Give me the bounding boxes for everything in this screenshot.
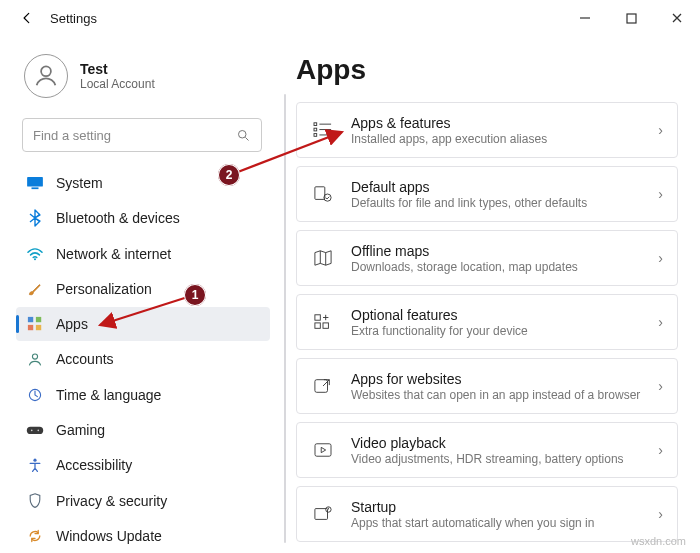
chevron-right-icon: › — [658, 122, 663, 138]
nav-item-apps[interactable]: Apps — [16, 307, 270, 341]
window-title: Settings — [50, 11, 97, 26]
svg-rect-20 — [314, 134, 317, 137]
search-input[interactable]: Find a setting — [22, 118, 262, 152]
svg-point-15 — [31, 430, 33, 432]
card-sub: Video adjustments, HDR streaming, batter… — [351, 452, 658, 466]
card-sub: Websites that can open in an app instead… — [351, 388, 658, 402]
chevron-right-icon: › — [658, 186, 663, 202]
search-icon — [236, 128, 251, 143]
default-apps-icon — [309, 180, 337, 208]
startup-icon — [309, 500, 337, 528]
card-sub: Apps that start automatically when you s… — [351, 516, 658, 530]
minimize-icon — [579, 12, 591, 24]
card-text: Startup Apps that start automatically wh… — [351, 499, 658, 530]
nav-label: Network & internet — [56, 246, 171, 262]
card-apps-features[interactable]: Apps & features Installed apps, app exec… — [296, 102, 678, 158]
arrow-left-icon — [20, 11, 34, 25]
titlebar: Settings — [0, 0, 700, 36]
svg-point-2 — [41, 66, 51, 76]
back-button[interactable] — [14, 5, 40, 31]
nav-item-gaming[interactable]: Gaming — [16, 413, 270, 447]
nav-item-network[interactable]: Network & internet — [16, 237, 270, 271]
chevron-right-icon: › — [658, 506, 663, 522]
card-apps-websites[interactable]: Apps for websites Websites that can open… — [296, 358, 678, 414]
nav-label: Accessibility — [56, 457, 132, 473]
brush-icon — [26, 280, 44, 298]
svg-rect-1 — [627, 14, 636, 23]
gaming-icon — [26, 421, 44, 439]
svg-rect-9 — [36, 317, 41, 322]
card-sub: Downloads, storage location, map updates — [351, 260, 658, 274]
wifi-icon — [26, 245, 44, 263]
user-sub: Local Account — [80, 77, 155, 91]
maximize-icon — [626, 13, 637, 24]
card-startup[interactable]: Startup Apps that start automatically wh… — [296, 486, 678, 542]
svg-point-3 — [239, 130, 247, 138]
main-panel: Apps Apps & features Installed apps, app… — [278, 36, 700, 553]
nav-item-accounts[interactable]: Accounts — [16, 342, 270, 376]
annotation-badge-2: 2 — [218, 164, 240, 186]
card-sub: Extra functionality for your device — [351, 324, 658, 338]
page-title: Apps — [296, 54, 678, 86]
svg-rect-18 — [314, 123, 317, 126]
nav-label: Apps — [56, 316, 88, 332]
card-title: Apps & features — [351, 115, 658, 131]
accounts-icon — [26, 350, 44, 368]
maximize-button[interactable] — [608, 0, 654, 36]
nav-item-time[interactable]: Time & language — [16, 378, 270, 412]
card-text: Apps for websites Websites that can open… — [351, 371, 658, 402]
bluetooth-icon — [26, 209, 44, 227]
card-offline-maps[interactable]: Offline maps Downloads, storage location… — [296, 230, 678, 286]
list-icon — [309, 116, 337, 144]
map-icon — [309, 244, 337, 272]
svg-rect-11 — [36, 325, 41, 330]
avatar — [24, 54, 68, 98]
watermark: wsxdn.com — [631, 535, 686, 547]
card-title: Default apps — [351, 179, 658, 195]
user-block[interactable]: Test Local Account — [16, 48, 270, 116]
accessibility-icon — [26, 456, 44, 474]
scroll-divider — [284, 94, 286, 543]
svg-rect-14 — [27, 427, 43, 434]
shield-icon — [26, 492, 44, 510]
video-icon — [309, 436, 337, 464]
close-button[interactable] — [654, 0, 700, 36]
svg-rect-19 — [314, 128, 317, 131]
svg-rect-28 — [315, 315, 320, 320]
system-icon — [26, 174, 44, 192]
card-title: Optional features — [351, 307, 658, 323]
nav-item-accessibility[interactable]: Accessibility — [16, 448, 270, 482]
window-controls — [562, 0, 700, 36]
nav: System Bluetooth & devices Network & int… — [16, 166, 270, 553]
nav-item-privacy[interactable]: Privacy & security — [16, 483, 270, 517]
card-text: Offline maps Downloads, storage location… — [351, 243, 658, 274]
svg-rect-8 — [28, 317, 33, 322]
nav-label: Time & language — [56, 387, 161, 403]
card-default-apps[interactable]: Default apps Defaults for file and link … — [296, 166, 678, 222]
svg-rect-31 — [315, 380, 328, 393]
user-name: Test — [80, 61, 155, 77]
sidebar: Test Local Account Find a setting System… — [0, 36, 278, 553]
close-icon — [671, 12, 683, 24]
svg-rect-6 — [32, 188, 39, 190]
nav-item-personalization[interactable]: Personalization — [16, 272, 270, 306]
nav-label: System — [56, 175, 103, 191]
chevron-right-icon: › — [658, 250, 663, 266]
card-video-playback[interactable]: Video playback Video adjustments, HDR st… — [296, 422, 678, 478]
svg-point-16 — [37, 430, 39, 432]
grid-plus-icon — [309, 308, 337, 336]
card-text: Apps & features Installed apps, app exec… — [351, 115, 658, 146]
user-text: Test Local Account — [80, 61, 155, 91]
nav-item-update[interactable]: Windows Update — [16, 519, 270, 553]
svg-rect-10 — [28, 325, 33, 330]
chevron-right-icon: › — [658, 442, 663, 458]
cards-list: Apps & features Installed apps, app exec… — [284, 102, 678, 542]
card-text: Default apps Defaults for file and link … — [351, 179, 658, 210]
minimize-button[interactable] — [562, 0, 608, 36]
svg-rect-29 — [315, 323, 320, 328]
nav-item-bluetooth[interactable]: Bluetooth & devices — [16, 201, 270, 235]
svg-rect-24 — [315, 187, 325, 200]
card-optional-features[interactable]: Optional features Extra functionality fo… — [296, 294, 678, 350]
card-title: Offline maps — [351, 243, 658, 259]
nav-label: Privacy & security — [56, 493, 167, 509]
